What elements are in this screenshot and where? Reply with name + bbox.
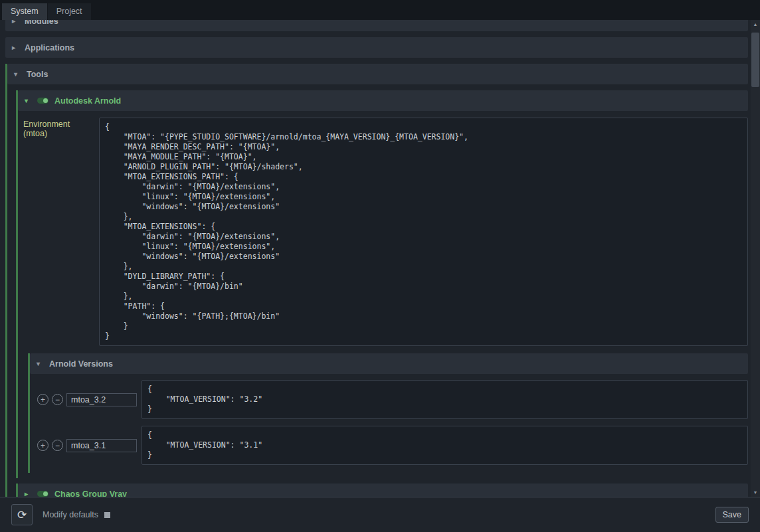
add-version-button[interactable]: + [37, 394, 48, 405]
tab-bar: System Project [0, 0, 760, 20]
version-key-input[interactable] [66, 393, 137, 406]
arnold-body: Environment (mtoa) { "MTOA": "{PYPE_STUD… [18, 111, 748, 478]
settings-body: ▸ Modules ▸ Applications ▾ Tools [0, 20, 760, 497]
expander-icon: ▾ [37, 360, 43, 367]
modify-defaults-checkbox[interactable] [104, 512, 110, 518]
tools-body: ▾ Autodesk Arnold Environment (mtoa) { "… [7, 90, 748, 497]
section-tools: ▾ Tools ▾ Autodesk Arnold Environm [5, 64, 748, 497]
settings-window: System Project ▸ Modules ▸ Applications [0, 0, 760, 532]
save-button[interactable]: Save [715, 507, 749, 523]
remove-version-button[interactable]: − [52, 394, 63, 405]
expander-icon: ▾ [25, 97, 31, 104]
add-version-button[interactable]: + [37, 440, 48, 451]
tab-project[interactable]: Project [48, 3, 91, 20]
expander-icon: ▸ [12, 20, 19, 25]
remove-version-button[interactable]: − [52, 440, 63, 451]
section-header-chaos-group-vray[interactable]: ▸ Chaos Group Vray [18, 484, 748, 497]
group-title: Autodesk Arnold [54, 96, 121, 106]
group-title: Arnold Versions [49, 359, 113, 369]
version-json-editor[interactable]: { "MTOA_VERSION": "3.1" } [142, 426, 748, 465]
arnold-enabled-toggle[interactable] [37, 98, 48, 104]
section-label: Modules [25, 20, 58, 26]
tab-system[interactable]: System [2, 3, 47, 20]
section-modules: ▸ Modules [5, 20, 748, 31]
group-title: Chaos Group Vray [54, 489, 127, 497]
scroll-up-button[interactable]: ▲ [751, 20, 760, 29]
section-applications: ▸ Applications [5, 37, 748, 58]
section-header-autodesk-arnold[interactable]: ▾ Autodesk Arnold [18, 90, 748, 111]
footer: ⟳ Modify defaults Save [0, 497, 760, 532]
scrollbar-thumb[interactable] [751, 33, 759, 87]
refresh-icon: ⟳ [17, 508, 27, 522]
expander-icon: ▸ [25, 490, 31, 497]
version-row: + − { "MTOA_VERSION": "3.1" } [37, 426, 748, 465]
scrollbar[interactable]: ▲ ▼ [751, 20, 760, 497]
scrollbar-track[interactable] [751, 29, 760, 488]
version-row: + − { "MTOA_VERSION": "3.2" } [37, 380, 748, 419]
expander-icon: ▾ [14, 70, 21, 78]
modify-defaults-label: Modify defaults [43, 510, 98, 519]
version-json-editor[interactable]: { "MTOA_VERSION": "3.2" } [142, 380, 748, 419]
environment-row: Environment (mtoa) { "MTOA": "{PYPE_STUD… [21, 118, 748, 346]
expander-icon: ▸ [12, 44, 19, 51]
scroll-down-button[interactable]: ▼ [751, 488, 760, 497]
section-header-modules[interactable]: ▸ Modules [5, 20, 748, 31]
group-chaos-group-vray: ▸ Chaos Group Vray [16, 484, 748, 497]
section-header-arnold-versions[interactable]: ▾ Arnold Versions [30, 353, 748, 374]
environment-label: Environment (mtoa) [21, 118, 99, 346]
version-key-input[interactable] [66, 439, 137, 452]
section-header-applications[interactable]: ▸ Applications [5, 37, 748, 58]
environment-json-editor[interactable]: { "MTOA": "{PYPE_STUDIO_SOFTWARE}/arnold… [99, 118, 748, 346]
refresh-button[interactable]: ⟳ [11, 504, 33, 525]
group-arnold-versions: ▾ Arnold Versions + − { "MTOA_VERSION": … [28, 353, 748, 473]
arnold-versions-body: + − { "MTOA_VERSION": "3.2" } + − [30, 374, 748, 473]
group-autodesk-arnold: ▾ Autodesk Arnold Environment (mtoa) { "… [16, 90, 748, 478]
vray-enabled-toggle[interactable] [37, 491, 48, 497]
section-label: Applications [25, 43, 74, 52]
section-header-tools[interactable]: ▾ Tools [7, 64, 748, 84]
settings-content: ▸ Modules ▸ Applications ▾ Tools [0, 20, 751, 497]
section-label: Tools [27, 70, 48, 79]
